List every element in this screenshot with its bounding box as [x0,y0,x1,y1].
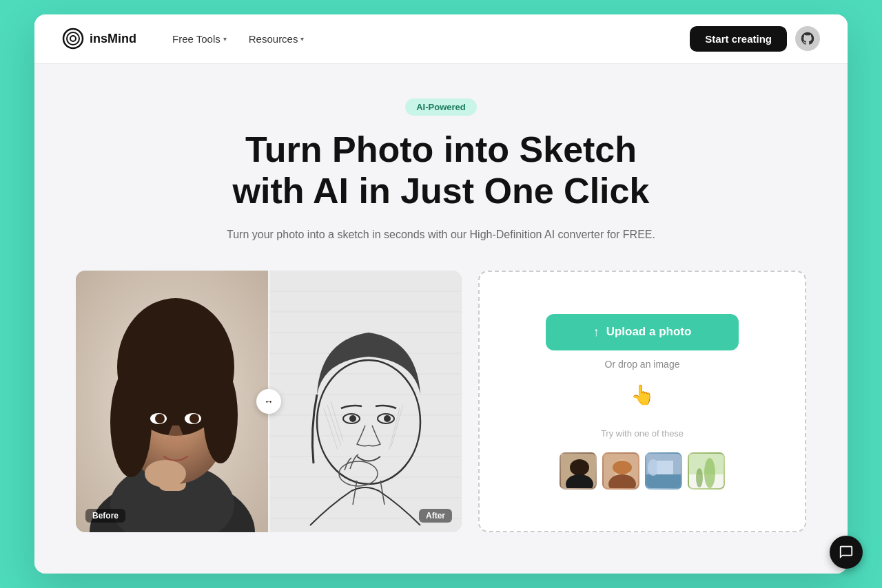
drop-text: Or drop an image [605,359,680,370]
sample-thumb-4[interactable] [688,452,725,490]
chevron-down-icon: ▾ [300,35,304,43]
svg-rect-50 [657,461,673,474]
after-section [269,271,462,532]
brand-name: insMind [90,32,136,46]
svg-point-33 [384,415,391,422]
hero-section: AI-Powered Turn Photo into Sketch with A… [34,64,848,574]
svg-point-2 [70,36,76,41]
after-image [269,271,462,532]
start-creating-button[interactable]: Start creating [690,26,787,52]
chat-button[interactable] [830,536,863,569]
try-text: Try with one of these [601,428,684,439]
logo[interactable]: insMind [62,28,136,50]
nav-resources[interactable]: Resources ▾ [240,28,313,50]
main-content: ↔ Before After ↑ Upload a photo Or drop … [76,271,806,532]
svg-point-32 [349,415,356,422]
svg-point-1 [67,32,79,45]
chat-icon [839,545,854,560]
github-avatar[interactable] [795,26,820,51]
before-section [76,271,269,532]
ai-powered-badge: AI-Powered [405,98,477,116]
svg-point-9 [110,367,152,477]
nav-right: Start creating [690,26,820,52]
hero-subtitle: Turn your photo into a sketch in seconds… [76,226,806,244]
sample-thumb-3[interactable] [645,452,682,490]
upload-photo-button[interactable]: ↑ Upload a photo [546,314,739,350]
svg-point-14 [189,414,199,423]
chevron-down-icon: ▾ [223,35,227,43]
drag-handle[interactable]: ↔ [256,389,281,414]
svg-point-15 [145,460,186,487]
before-image [76,271,269,532]
github-icon [800,31,815,46]
hero-title: Turn Photo into Sketch with AI in Just O… [76,129,806,212]
sample-thumb-2[interactable] [602,452,639,490]
svg-point-46 [613,461,632,474]
upload-arrow-icon: ↑ [593,325,599,339]
sample-thumb-1[interactable] [560,452,597,490]
image-compare[interactable]: ↔ Before After [76,271,462,532]
svg-point-10 [203,367,238,463]
logo-icon [62,28,84,50]
svg-point-13 [155,414,165,423]
badge-row: AI-Powered [76,98,806,116]
svg-rect-16 [269,271,462,532]
nav-links: Free Tools ▾ Resources ▾ [164,28,690,50]
nav-free-tools[interactable]: Free Tools ▾ [164,28,235,50]
before-label: Before [85,509,125,523]
upload-panel: ↑ Upload a photo Or drop an image 👆 Try … [478,271,806,532]
svg-point-54 [704,458,715,488]
svg-point-42 [570,459,589,476]
after-label: After [419,509,452,523]
svg-point-55 [696,468,703,487]
hand-icon: 👆 [630,384,655,406]
sample-thumbnails [560,452,725,490]
navbar: insMind Free Tools ▾ Resources ▾ Start c… [34,14,848,64]
svg-point-51 [648,459,659,476]
svg-rect-49 [646,474,682,490]
